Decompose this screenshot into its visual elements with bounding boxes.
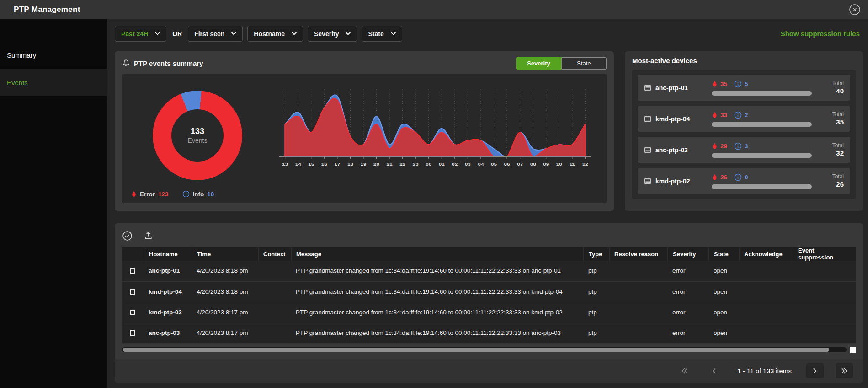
filter-dropdown[interactable]: State (362, 26, 402, 42)
device-name: anc-ptp-03 (644, 146, 712, 154)
info-icon (734, 80, 742, 88)
table-row[interactable]: kmd-ptp-024/20/2023 8:17 pmPTP grandmast… (122, 302, 856, 323)
column-header: Type (584, 247, 609, 261)
device-activity-bar (712, 91, 812, 96)
svg-text:18: 18 (347, 162, 353, 167)
ptp-management-window: PTP Management Summary Events Past 24H O… (0, 0, 868, 388)
column-header: Severity (668, 247, 709, 261)
severity-state-toggle: Severity State (516, 57, 607, 70)
last-page-button[interactable] (836, 363, 853, 378)
donut-chart-wrap: 133 Events (122, 74, 273, 203)
device-icon (644, 84, 651, 92)
svg-text:14: 14 (295, 162, 301, 167)
main-content: Past 24H OR First seen Hostname Severity… (107, 19, 868, 388)
column-header: Event suppression (793, 247, 856, 261)
table-toolbar (122, 230, 856, 242)
column-header: Context (258, 247, 291, 261)
column-header: State (709, 247, 739, 261)
svg-text:07: 07 (517, 162, 523, 167)
toggle-severity[interactable]: Severity (516, 57, 561, 70)
table-row[interactable]: anc-ptp-034/20/2023 8:17 pmPTP grandmast… (122, 323, 856, 343)
next-page-button[interactable] (806, 363, 824, 378)
column-header: Message (291, 247, 584, 261)
card-title: Most-active devices (632, 57, 856, 65)
device-counts: 26 0 (712, 173, 825, 189)
previous-page-button[interactable] (705, 363, 723, 378)
row-checkbox[interactable] (130, 330, 135, 336)
device-activity-bar (712, 153, 812, 158)
pagination-range: 1 - 11 of 133 items (737, 367, 792, 375)
svg-text:19: 19 (360, 162, 366, 167)
close-icon[interactable] (849, 4, 861, 16)
device-row[interactable]: anc-ptp-01 35 5 (638, 75, 850, 101)
row-checkbox[interactable] (130, 289, 135, 295)
chevron-down-icon (346, 32, 351, 35)
device-icon (644, 178, 651, 185)
events-table-card: HostnameTimeContextMessageTypeResolve re… (115, 223, 863, 383)
device-row[interactable]: anc-ptp-03 29 3 (638, 137, 850, 163)
svg-text:23: 23 (413, 162, 419, 167)
table-header-row: HostnameTimeContextMessageTypeResolve re… (122, 247, 856, 261)
device-icon (644, 146, 651, 154)
device-total: Total 40 (825, 80, 844, 95)
total-events-value: 133 (191, 127, 204, 136)
time-range-dropdown[interactable]: Past 24H (115, 26, 166, 42)
events-summary-header: PTP events summary Severity State (122, 57, 607, 70)
chevron-down-icon (391, 32, 396, 35)
first-page-button[interactable] (676, 363, 693, 378)
toggle-state[interactable]: State (561, 57, 607, 70)
select-all-icon[interactable] (122, 231, 133, 241)
events-table: HostnameTimeContextMessageTypeResolve re… (122, 247, 856, 344)
svg-text:08: 08 (530, 162, 536, 167)
device-counts: 33 2 (712, 111, 825, 127)
row-checkbox[interactable] (130, 310, 135, 315)
events-summary-body: 133 Events 13141516171819202122230001020… (122, 74, 607, 203)
svg-text:22: 22 (399, 162, 405, 167)
table-row[interactable]: kmd-ptp-044/20/2023 8:18 pmPTP grandmast… (122, 281, 856, 302)
scrollbar-track[interactable] (122, 347, 847, 352)
scrollbar-corner (850, 347, 856, 353)
sidebar-item-summary[interactable]: Summary (0, 41, 107, 69)
device-total: Total 32 (825, 142, 844, 157)
svg-text:04: 04 (478, 162, 484, 167)
chart-legend: Error 123 Info 10 (131, 190, 214, 198)
scrollbar-thumb[interactable] (123, 348, 829, 352)
events-summary-card: PTP events summary Severity State 133 Ev… (115, 51, 614, 211)
svg-text:06: 06 (504, 162, 510, 167)
horizontal-scrollbar (122, 347, 856, 353)
device-counts: 35 5 (712, 80, 825, 96)
device-row[interactable]: kmd-ptp-04 33 2 (638, 106, 850, 132)
chevron-down-icon (231, 32, 236, 35)
severity-donut-chart: 133 Events (153, 91, 242, 180)
flame-icon (712, 112, 718, 119)
column-header: Hostname (144, 247, 192, 261)
table-row[interactable]: anc-ptp-014/20/2023 8:18 pmPTP grandmast… (122, 261, 856, 281)
or-label: OR (172, 30, 182, 38)
svg-text:05: 05 (491, 162, 497, 167)
device-activity-bar (712, 122, 812, 127)
svg-text:12: 12 (582, 162, 588, 167)
total-events-label: Events (188, 137, 208, 144)
show-suppression-rules-link[interactable]: Show suppression rules (781, 30, 860, 38)
filter-dropdown[interactable]: Hostname (247, 26, 303, 42)
export-icon[interactable] (144, 231, 154, 241)
svg-text:16: 16 (321, 162, 327, 167)
sidebar: Summary Events (0, 19, 107, 388)
info-icon (182, 190, 190, 198)
device-row[interactable]: kmd-ptp-02 26 0 (638, 168, 850, 194)
sidebar-item-events[interactable]: Events (0, 69, 107, 96)
info-icon (734, 173, 742, 181)
events-area-chart-wrap: 1314151617181920212223000102030405060708… (273, 74, 607, 203)
flame-icon (712, 81, 718, 87)
card-title: PTP events summary (134, 59, 203, 67)
filter-dropdown[interactable]: Severity (308, 26, 357, 42)
row-checkbox[interactable] (130, 268, 135, 274)
device-counts: 29 3 (712, 142, 825, 158)
events-area-chart: 1314151617181920212223000102030405060708… (273, 85, 597, 182)
chevron-down-icon (155, 32, 160, 35)
device-name: kmd-ptp-02 (644, 178, 712, 185)
svg-text:20: 20 (373, 162, 379, 167)
svg-text:21: 21 (387, 162, 393, 167)
filter-dropdown[interactable]: First seen (188, 26, 243, 42)
svg-text:15: 15 (308, 162, 314, 167)
